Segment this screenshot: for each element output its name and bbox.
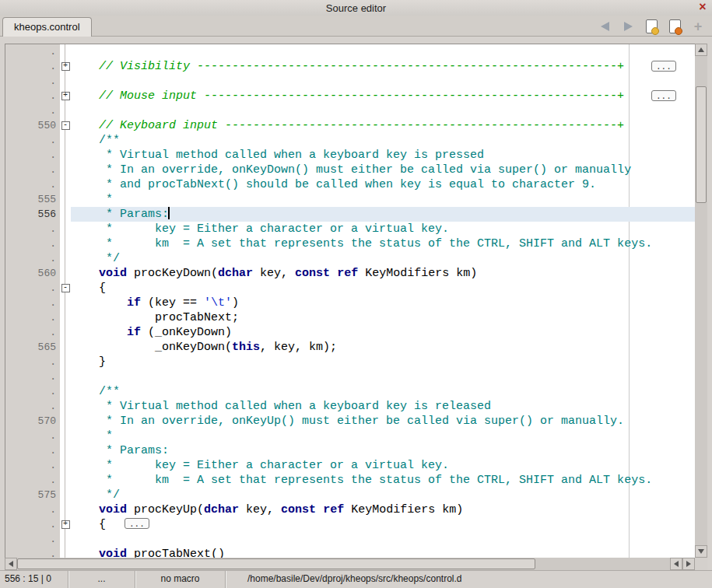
code-text[interactable]: * Params: [71, 443, 695, 458]
fold-expand-icon[interactable]: + [61, 520, 70, 529]
code-text[interactable]: * Virtual method called when a keyboard … [71, 148, 695, 163]
code-row: 565 _onKeyDown(this, key, km); [5, 340, 695, 355]
code-text[interactable]: // Visibility --------------------------… [71, 59, 695, 74]
scroll-left-button-2[interactable] [670, 558, 682, 570]
document-button-1[interactable] [644, 19, 659, 34]
code-row: . [5, 532, 695, 547]
code-text[interactable]: * key = Either a character or a virtual … [71, 458, 695, 473]
source-editor-window: { "window": { "title": "Source editor" }… [0, 0, 712, 588]
line-dot: . [5, 384, 60, 399]
fold-ellipsis[interactable]: ... [651, 90, 676, 101]
code-text[interactable]: // Keyboard input ----------------------… [71, 118, 695, 133]
code-token: * key = Either a character or a virtual … [99, 222, 449, 236]
code-text[interactable]: * [71, 192, 695, 207]
code-text[interactable]: * km = A set that represents the status … [71, 473, 695, 488]
code-token: dchar [218, 267, 253, 280]
scroll-left-icon [9, 561, 13, 567]
code-token: dchar [204, 503, 239, 516]
fold-column [60, 488, 71, 502]
code-text[interactable]: void procKeyUp(dchar key, const ref KeyM… [71, 502, 695, 517]
vertical-scrollbar[interactable] [695, 44, 707, 558]
text-caret [168, 207, 170, 219]
code-token [316, 503, 323, 516]
document-button-2[interactable] [667, 19, 682, 34]
status-panel-2: ... [68, 571, 135, 588]
code-token [71, 385, 99, 398]
code-text[interactable]: /** [71, 384, 695, 399]
code-row: . if (key == '\t') [5, 296, 695, 310]
code-row: . void procTabNext() [5, 547, 695, 558]
fold-expand-icon[interactable]: + [61, 62, 70, 71]
fold-expand-icon[interactable]: + [61, 92, 70, 100]
code-text[interactable]: * [71, 429, 695, 443]
code-row: .+ // Mouse input ----------------------… [5, 89, 695, 103]
code-token [71, 459, 99, 472]
code-text[interactable]: */ [71, 488, 695, 502]
code-text[interactable]: procTabNext; [71, 310, 695, 325]
code-text[interactable]: * and procTabNext() should be called whe… [71, 177, 695, 192]
code-token: * key = Either a character or a virtual … [99, 459, 449, 472]
line-dot: . [5, 502, 60, 517]
forward-button[interactable] [620, 19, 636, 34]
code-text[interactable]: void procTabNext() [71, 547, 695, 558]
scroll-right-button[interactable] [682, 558, 695, 570]
code-text[interactable]: // Mouse input -------------------------… [71, 89, 695, 103]
code-text[interactable]: void procKeyDown(dchar key, const ref Ke… [71, 266, 695, 281]
horizontal-scrollbar-thumb[interactable] [17, 558, 535, 569]
close-icon[interactable]: × [696, 1, 709, 13]
code-text[interactable] [71, 44, 695, 59]
code-token: _onKeyDown( [71, 341, 232, 354]
fold-column [60, 192, 71, 207]
code-text[interactable]: if (key == '\t') [71, 296, 695, 310]
code-token: (key == [141, 296, 204, 310]
code-token [71, 415, 99, 428]
fold-collapse-icon[interactable]: - [61, 121, 70, 130]
code-row: .+ {... [5, 517, 695, 532]
fold-ellipsis[interactable]: ... [651, 61, 676, 72]
code-token: // Keyboard input ----------------------… [99, 119, 624, 132]
code-text[interactable]: * Params: [71, 207, 695, 222]
code-text[interactable] [71, 103, 695, 118]
code-row: . procTabNext; [5, 310, 695, 325]
scrollbar-corner [695, 558, 707, 570]
code-text[interactable] [71, 532, 695, 547]
code-text[interactable]: {... [71, 517, 695, 532]
tab-label: kheops.control [14, 21, 80, 33]
editor[interactable]: ..+ // Visibility ----------------------… [5, 44, 695, 558]
code-token: KeyModifiers km) [358, 267, 477, 280]
code-row: . * Virtual method called when a keyboar… [5, 148, 695, 163]
code-text[interactable] [71, 74, 695, 89]
code-text[interactable]: /** [71, 133, 695, 148]
back-button[interactable] [597, 19, 612, 34]
code-text[interactable]: * In an override, onKeyDown() must eithe… [71, 163, 695, 177]
scroll-left-button[interactable] [5, 558, 17, 570]
code-area[interactable]: ..+ // Visibility ----------------------… [5, 44, 695, 558]
fold-column: - [60, 118, 71, 133]
code-row: . * Params: [5, 443, 695, 458]
fold-column [60, 148, 71, 163]
code-text[interactable]: } [71, 355, 695, 369]
code-text[interactable]: _onKeyDown(this, key, km); [71, 340, 695, 355]
line-dot: . [5, 355, 60, 369]
code-text[interactable]: if (_onKeyDown) [71, 325, 695, 340]
code-text[interactable]: */ [71, 251, 695, 266]
code-text[interactable]: { [71, 281, 695, 296]
code-text[interactable]: * Virtual method called when a keyboard … [71, 399, 695, 414]
fold-collapse-icon[interactable]: - [61, 284, 70, 292]
scroll-down-button[interactable] [695, 545, 707, 558]
horizontal-scrollbar[interactable] [5, 558, 695, 570]
code-text[interactable] [71, 369, 695, 384]
detach-button[interactable]: + [690, 19, 706, 34]
code-text[interactable]: * In an override, onKeyUp() must either … [71, 414, 695, 429]
tab-kheops-control[interactable]: kheops.control [2, 17, 92, 37]
code-text[interactable]: * km = A set that represents the status … [71, 236, 695, 251]
fold-column [60, 547, 71, 558]
code-row: 560 void procKeyDown(dchar key, const re… [5, 266, 695, 281]
code-token: { [71, 518, 106, 531]
fold-column [60, 414, 71, 429]
scroll-right-icon [686, 561, 691, 567]
scroll-up-button[interactable] [695, 44, 707, 56]
code-text[interactable]: * key = Either a character or a virtual … [71, 222, 695, 236]
fold-ellipsis[interactable]: ... [125, 518, 149, 529]
vertical-scrollbar-thumb[interactable] [696, 86, 707, 203]
